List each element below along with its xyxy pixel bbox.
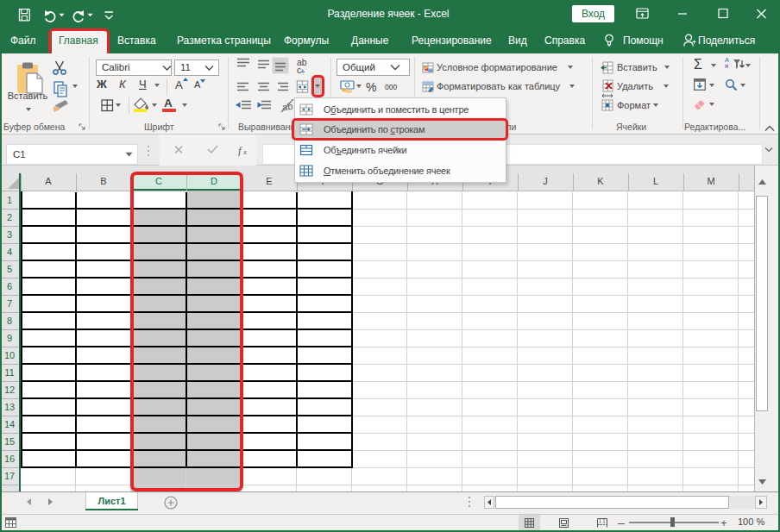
svg-text:≠: ≠ (425, 66, 429, 73)
svg-text:000: 000 (385, 83, 397, 91)
svg-text:f: f (238, 145, 242, 157)
svg-text:%: % (366, 80, 376, 93)
svg-text:c: c (297, 65, 301, 75)
svg-text:x: x (242, 147, 247, 156)
